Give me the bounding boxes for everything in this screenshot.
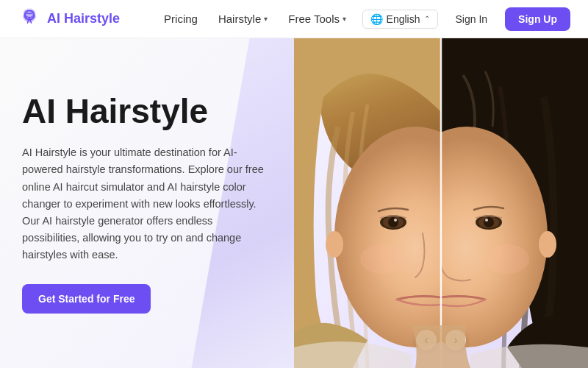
hairstyle-chevron-icon: ▾ — [264, 15, 268, 23]
svg-point-14 — [360, 244, 404, 274]
free-tools-chevron-icon: ▾ — [343, 15, 346, 23]
navigation: AI Hairstyle Pricing Hairstyle ▾ Free To… — [0, 0, 588, 38]
svg-point-13 — [394, 219, 397, 222]
logo-text: AI Hairstyle — [47, 11, 120, 26]
nav-links: Pricing Hairstyle ▾ Free Tools ▾ — [164, 13, 346, 25]
nav-right: 🌐 English ⌃ Sign In Sign Up — [362, 7, 570, 31]
svg-point-21 — [485, 219, 488, 222]
hero-title: AI Hairstyle — [22, 93, 265, 130]
hero-description: AI Hairstyle is your ultimate destinatio… — [22, 144, 265, 263]
hero-content: AI Hairstyle AI Hairstyle is your ultima… — [0, 38, 287, 368]
logo-link[interactable]: AI Hairstyle — [18, 7, 120, 31]
globe-icon: 🌐 — [370, 13, 383, 25]
svg-point-22 — [485, 244, 529, 274]
hero-section: AI Hairstyle AI Hairstyle is your ultima… — [0, 38, 588, 368]
logo-icon — [18, 7, 41, 31]
nav-free-tools[interactable]: Free Tools ▾ — [288, 13, 346, 25]
sign-in-button[interactable]: Sign In — [447, 9, 497, 29]
hero-image: ‹ › — [294, 38, 588, 368]
svg-point-17 — [539, 231, 556, 258]
nav-pricing[interactable]: Pricing — [164, 13, 198, 25]
svg-point-20 — [484, 217, 494, 227]
cta-button[interactable]: Get Started for Free — [22, 284, 151, 314]
language-selector[interactable]: 🌐 English ⌃ — [362, 10, 438, 29]
sign-up-button[interactable]: Sign Up — [505, 7, 570, 31]
svg-point-12 — [388, 217, 398, 227]
nav-hairstyle[interactable]: Hairstyle ▾ — [218, 13, 268, 25]
language-caret-icon: ⌃ — [424, 15, 430, 23]
svg-point-9 — [326, 231, 343, 258]
face-split-svg: ‹ › — [294, 38, 588, 368]
language-label: English — [387, 13, 420, 25]
